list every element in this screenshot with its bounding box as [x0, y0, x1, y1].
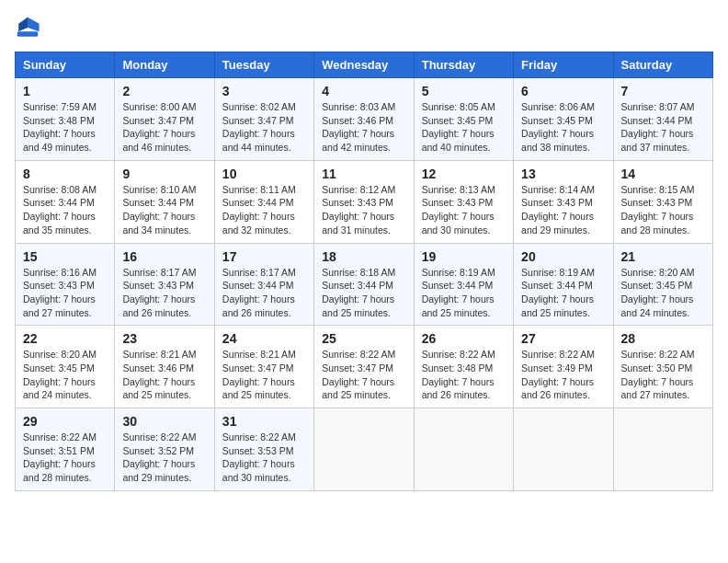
sunrise-label: Sunrise: 8:21 AM — [122, 349, 196, 360]
day-cell: 17 Sunrise: 8:17 AM Sunset: 3:44 PM Dayl… — [214, 243, 313, 326]
sunrise-label: Sunrise: 8:22 AM — [122, 431, 196, 442]
day-number: 16 — [122, 249, 206, 264]
col-friday: Friday — [514, 52, 613, 78]
daylight-label: Daylight: 7 hours and 25 minutes. — [521, 293, 594, 318]
daylight-label: Daylight: 7 hours and 26 minutes. — [122, 293, 195, 318]
day-info: Sunrise: 8:18 AM Sunset: 3:44 PM Dayligh… — [322, 266, 405, 320]
sunset-label: Sunset: 3:46 PM — [122, 362, 194, 373]
day-cell: 18 Sunrise: 8:18 AM Sunset: 3:44 PM Dayl… — [314, 243, 414, 326]
day-number: 29 — [23, 414, 107, 429]
sunset-label: Sunset: 3:43 PM — [322, 197, 393, 208]
daylight-label: Daylight: 7 hours and 42 minutes. — [322, 128, 394, 153]
day-info: Sunrise: 8:17 AM Sunset: 3:44 PM Dayligh… — [222, 266, 306, 320]
sunrise-label: Sunrise: 8:22 AM — [621, 349, 695, 360]
day-info: Sunrise: 8:21 AM Sunset: 3:46 PM Dayligh… — [122, 348, 206, 402]
day-cell: 25 Sunrise: 8:22 AM Sunset: 3:47 PM Dayl… — [314, 326, 414, 408]
sunset-label: Sunset: 3:46 PM — [322, 115, 393, 126]
day-info: Sunrise: 8:15 AM Sunset: 3:43 PM Dayligh… — [621, 183, 705, 237]
day-info: Sunrise: 7:59 AM Sunset: 3:48 PM Dayligh… — [23, 100, 107, 155]
col-sunday: Sunday — [16, 52, 115, 78]
day-info: Sunrise: 8:20 AM Sunset: 3:45 PM Dayligh… — [621, 266, 705, 320]
day-cell: 11 Sunrise: 8:12 AM Sunset: 3:43 PM Dayl… — [314, 160, 414, 243]
sunrise-label: Sunrise: 8:08 AM — [23, 184, 97, 195]
daylight-label: Daylight: 7 hours and 27 minutes. — [621, 376, 694, 401]
sunset-label: Sunset: 3:45 PM — [23, 362, 95, 373]
page-container: Sunday Monday Tuesday Wednesday Thursday… — [15, 15, 713, 491]
day-cell: 13 Sunrise: 8:14 AM Sunset: 3:43 PM Dayl… — [514, 160, 613, 243]
sunset-label: Sunset: 3:44 PM — [621, 115, 693, 126]
day-cell: 20 Sunrise: 8:19 AM Sunset: 3:44 PM Dayl… — [514, 243, 613, 326]
day-number: 25 — [322, 331, 405, 346]
day-info: Sunrise: 8:20 AM Sunset: 3:45 PM Dayligh… — [23, 348, 107, 402]
day-cell: 15 Sunrise: 8:16 AM Sunset: 3:43 PM Dayl… — [16, 243, 115, 326]
daylight-label: Daylight: 7 hours and 44 minutes. — [222, 128, 295, 153]
sunset-label: Sunset: 3:45 PM — [422, 115, 494, 126]
day-number: 19 — [422, 249, 506, 264]
logo — [15, 15, 44, 40]
day-number: 13 — [521, 167, 605, 181]
daylight-label: Daylight: 7 hours and 34 minutes. — [122, 211, 195, 236]
day-info: Sunrise: 8:10 AM Sunset: 3:44 PM Dayligh… — [122, 183, 206, 237]
day-cell: 2 Sunrise: 8:00 AM Sunset: 3:47 PM Dayli… — [115, 78, 214, 161]
col-thursday: Thursday — [414, 52, 513, 78]
sunrise-label: Sunrise: 8:12 AM — [322, 184, 395, 195]
day-info: Sunrise: 8:12 AM Sunset: 3:43 PM Dayligh… — [322, 183, 405, 237]
sunrise-label: Sunrise: 8:14 AM — [521, 184, 595, 195]
day-cell: 21 Sunrise: 8:20 AM Sunset: 3:45 PM Dayl… — [613, 243, 712, 326]
day-number: 3 — [222, 84, 306, 98]
sunset-label: Sunset: 3:52 PM — [122, 445, 194, 456]
day-info: Sunrise: 8:22 AM Sunset: 3:50 PM Dayligh… — [621, 348, 705, 402]
sunrise-label: Sunrise: 8:19 AM — [521, 267, 595, 278]
daylight-label: Daylight: 7 hours and 25 minutes. — [322, 293, 394, 318]
sunrise-label: Sunrise: 8:22 AM — [222, 431, 296, 442]
day-cell: 6 Sunrise: 8:06 AM Sunset: 3:45 PM Dayli… — [514, 78, 613, 161]
sunrise-label: Sunrise: 8:06 AM — [521, 101, 595, 112]
day-number: 9 — [122, 167, 206, 181]
day-cell: 28 Sunrise: 8:22 AM Sunset: 3:50 PM Dayl… — [613, 326, 712, 408]
daylight-label: Daylight: 7 hours and 26 minutes. — [521, 376, 594, 401]
svg-rect-3 — [17, 31, 38, 37]
header — [15, 15, 713, 40]
daylight-label: Daylight: 7 hours and 25 minutes. — [322, 376, 394, 401]
sunrise-label: Sunrise: 8:19 AM — [422, 267, 495, 278]
sunset-label: Sunset: 3:44 PM — [322, 280, 393, 291]
sunset-label: Sunset: 3:47 PM — [322, 362, 393, 373]
day-info: Sunrise: 8:00 AM Sunset: 3:47 PM Dayligh… — [122, 100, 206, 155]
sunrise-label: Sunrise: 8:05 AM — [422, 101, 495, 112]
daylight-label: Daylight: 7 hours and 28 minutes. — [23, 458, 96, 483]
daylight-label: Daylight: 7 hours and 40 minutes. — [422, 128, 495, 153]
sunrise-label: Sunrise: 7:59 AM — [23, 101, 97, 112]
day-info: Sunrise: 8:22 AM Sunset: 3:53 PM Dayligh… — [222, 431, 306, 485]
daylight-label: Daylight: 7 hours and 37 minutes. — [621, 128, 694, 153]
daylight-label: Daylight: 7 hours and 25 minutes. — [222, 376, 295, 401]
day-number: 6 — [521, 84, 605, 98]
day-number: 4 — [322, 84, 405, 98]
day-cell: 29 Sunrise: 8:22 AM Sunset: 3:51 PM Dayl… — [16, 408, 115, 491]
day-number: 5 — [422, 84, 506, 98]
day-cell: 23 Sunrise: 8:21 AM Sunset: 3:46 PM Dayl… — [115, 326, 214, 408]
day-number: 11 — [322, 167, 405, 181]
daylight-label: Daylight: 7 hours and 25 minutes. — [422, 293, 495, 318]
sunrise-label: Sunrise: 8:13 AM — [422, 184, 495, 195]
sunset-label: Sunset: 3:47 PM — [122, 115, 194, 126]
day-info: Sunrise: 8:14 AM Sunset: 3:43 PM Dayligh… — [521, 183, 605, 237]
day-number: 26 — [422, 331, 506, 346]
day-number: 21 — [621, 249, 705, 264]
day-info: Sunrise: 8:02 AM Sunset: 3:47 PM Dayligh… — [222, 100, 306, 155]
sunset-label: Sunset: 3:44 PM — [122, 197, 194, 208]
day-number: 7 — [621, 84, 705, 98]
daylight-label: Daylight: 7 hours and 49 minutes. — [23, 128, 96, 153]
sunset-label: Sunset: 3:51 PM — [23, 445, 95, 456]
sunset-label: Sunset: 3:43 PM — [422, 197, 494, 208]
day-number: 17 — [222, 249, 306, 264]
daylight-label: Daylight: 7 hours and 25 minutes. — [122, 376, 195, 401]
day-cell — [613, 408, 712, 491]
day-info: Sunrise: 8:22 AM Sunset: 3:51 PM Dayligh… — [23, 431, 107, 485]
sunrise-label: Sunrise: 8:07 AM — [621, 101, 695, 112]
day-cell: 4 Sunrise: 8:03 AM Sunset: 3:46 PM Dayli… — [314, 78, 414, 161]
day-info: Sunrise: 8:16 AM Sunset: 3:43 PM Dayligh… — [23, 266, 107, 320]
sunset-label: Sunset: 3:47 PM — [222, 115, 294, 126]
calendar: Sunday Monday Tuesday Wednesday Thursday… — [15, 52, 713, 491]
day-cell: 12 Sunrise: 8:13 AM Sunset: 3:43 PM Dayl… — [414, 160, 513, 243]
sunset-label: Sunset: 3:44 PM — [222, 280, 294, 291]
